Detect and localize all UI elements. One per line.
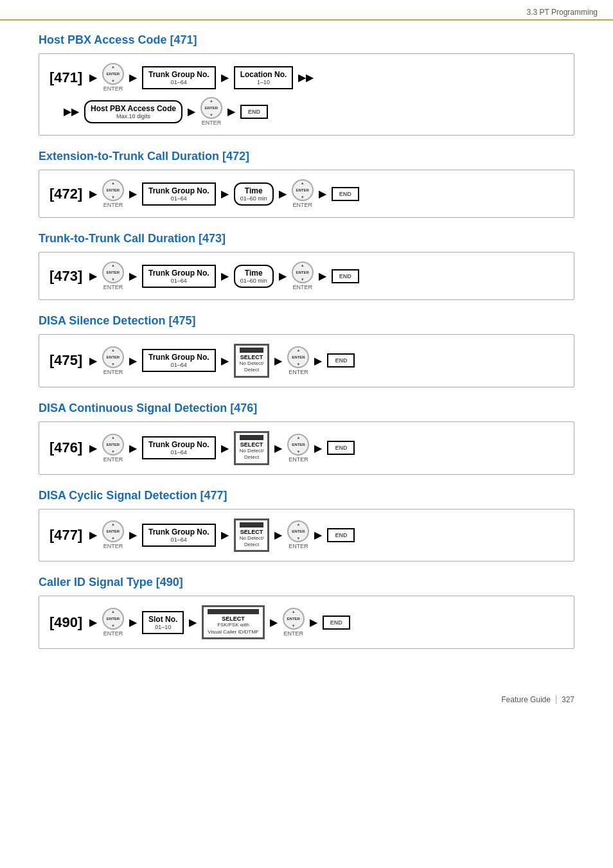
arrow-icon: ▶ bbox=[89, 71, 97, 84]
arrow-icon: ▶ bbox=[89, 529, 97, 541]
enter-button: ENTERENTER bbox=[102, 346, 124, 375]
section-title: Extension-to-Trunk Call Duration [472] bbox=[39, 150, 574, 163]
section-476: DISA Continuous Signal Detection [476][4… bbox=[39, 402, 574, 475]
page-footer: Feature Guide 327 bbox=[0, 682, 613, 711]
diagram-label-box: Location No.1–10 bbox=[234, 66, 294, 89]
enter-button: ENTERENTER bbox=[102, 179, 124, 208]
arrow-icon: ▶ bbox=[221, 71, 229, 84]
section-477: DISA Cyclic Signal Detection [477][477]▶… bbox=[39, 489, 574, 562]
arrow-icon: ▶ bbox=[129, 529, 137, 541]
arrow-icon: ▶ bbox=[270, 616, 278, 628]
end-box: END bbox=[332, 187, 359, 201]
diagram-row: [472]▶ENTERENTER▶Trunk Group No.01–64▶Ti… bbox=[49, 179, 564, 208]
double-arrow-icon: ▶▶ bbox=[64, 105, 79, 118]
arrow-icon: ▶ bbox=[89, 442, 97, 454]
diagram-label-box: Trunk Group No.01–64 bbox=[142, 66, 216, 89]
arrow-icon: ▶ bbox=[89, 355, 97, 367]
diagram-box: [476]▶ENTERENTER▶Trunk Group No.01–64▶SE… bbox=[39, 421, 574, 475]
end-box: END bbox=[327, 353, 355, 368]
diagram-label-box: Host PBX Access CodeMax.10 digits bbox=[84, 100, 182, 123]
code-label: [473] bbox=[49, 268, 84, 285]
section-472: Extension-to-Trunk Call Duration [472][4… bbox=[39, 150, 574, 218]
section-471: Host PBX Access Code [471][471]▶ENTERENT… bbox=[39, 33, 574, 136]
code-label: [476] bbox=[49, 439, 84, 456]
arrow-icon: ▶ bbox=[319, 188, 326, 200]
code-label: [477] bbox=[49, 527, 84, 544]
section-title: Caller ID Signal Type [490] bbox=[39, 576, 574, 589]
section-title: DISA Continuous Signal Detection [476] bbox=[39, 402, 574, 415]
arrow-icon: ▶ bbox=[89, 616, 97, 628]
diagram-box: [472]▶ENTERENTER▶Trunk Group No.01–64▶Ti… bbox=[39, 170, 574, 218]
arrow-icon: ▶ bbox=[319, 270, 326, 282]
enter-button: ENTERENTER bbox=[283, 608, 305, 637]
arrow-icon: ▶ bbox=[314, 442, 322, 454]
section-title: DISA Silence Detection [475] bbox=[39, 314, 574, 328]
end-box: END bbox=[332, 269, 359, 283]
diagram-label-box: Time01–60 min bbox=[234, 182, 274, 206]
arrow-icon: ▶ bbox=[129, 188, 137, 200]
arrow-icon: ▶ bbox=[274, 355, 282, 367]
select-box: SELECTFSK/FSK with Visual Caller ID/DTMF bbox=[202, 605, 264, 639]
enter-button: ENTERENTER bbox=[292, 261, 314, 290]
section-475: DISA Silence Detection [475][475]▶ENTERE… bbox=[39, 314, 574, 387]
arrow-icon: ▶ bbox=[279, 270, 287, 282]
footer-divider bbox=[556, 695, 556, 704]
arrow-icon: ▶ bbox=[129, 616, 137, 628]
arrow-icon: ▶ bbox=[129, 442, 137, 454]
diagram-row: [490]▶ENTERENTER▶Slot No.01–10▶SELECTFSK… bbox=[49, 605, 564, 639]
code-label: [471] bbox=[49, 69, 84, 86]
arrow-icon: ▶ bbox=[310, 616, 317, 628]
section-title: Trunk-to-Trunk Call Duration [473] bbox=[39, 232, 574, 245]
arrow-icon: ▶ bbox=[221, 442, 229, 454]
section-490: Caller ID Signal Type [490][490]▶ENTEREN… bbox=[39, 576, 574, 649]
end-box: END bbox=[323, 616, 350, 630]
diagram-label-box: Trunk Group No.01–64 bbox=[142, 349, 216, 372]
diagram-label-box: Trunk Group No.01–64 bbox=[142, 182, 216, 206]
arrow-icon: ▶ bbox=[274, 529, 282, 541]
arrow-icon: ▶ bbox=[189, 616, 197, 628]
enter-button: ENTERENTER bbox=[102, 520, 124, 549]
arrow-icon: ▶ bbox=[129, 71, 137, 84]
diagram-label-box: Trunk Group No.01–64 bbox=[142, 524, 216, 547]
diagram-label-box: Trunk Group No.01–64 bbox=[142, 265, 216, 288]
arrow-icon: ▶ bbox=[314, 355, 322, 367]
diagram-box: [471]▶ENTERENTER▶Trunk Group No.01–64▶Lo… bbox=[39, 53, 574, 136]
enter-button: ENTERENTER bbox=[102, 261, 124, 290]
diagram-box: [473]▶ENTERENTER▶Trunk Group No.01–64▶Ti… bbox=[39, 252, 574, 300]
end-box: END bbox=[327, 441, 355, 455]
footer-page: 327 bbox=[562, 695, 574, 704]
arrow-icon: ▶ bbox=[129, 270, 137, 282]
section-label: 3.3 PT Programming bbox=[527, 8, 598, 17]
diagram-label-box: Trunk Group No.01–64 bbox=[142, 436, 216, 459]
enter-button: ENTERENTER bbox=[102, 434, 124, 463]
diagram-row: [471]▶ENTERENTER▶Trunk Group No.01–64▶Lo… bbox=[49, 63, 564, 92]
arrow-icon: ▶ bbox=[274, 442, 282, 454]
arrow-icon: ▶ bbox=[221, 188, 229, 200]
arrow-icon: ▶ bbox=[227, 105, 235, 118]
diagram-box: [477]▶ENTERENTER▶Trunk Group No.01–64▶SE… bbox=[39, 509, 574, 562]
page-header: 3.3 PT Programming bbox=[0, 0, 613, 21]
section-title: Host PBX Access Code [471] bbox=[39, 33, 574, 47]
section-title: DISA Cyclic Signal Detection [477] bbox=[39, 489, 574, 502]
double-arrow-icon: ▶▶ bbox=[298, 71, 314, 84]
diagram-row: ▶▶Host PBX Access CodeMax.10 digits▶ENTE… bbox=[62, 97, 564, 126]
enter-button: ENTERENTER bbox=[287, 520, 309, 549]
arrow-icon: ▶ bbox=[89, 270, 97, 282]
arrow-icon: ▶ bbox=[221, 355, 229, 367]
diagram-row: [473]▶ENTERENTER▶Trunk Group No.01–64▶Ti… bbox=[49, 261, 564, 290]
diagram-row: [476]▶ENTERENTER▶Trunk Group No.01–64▶SE… bbox=[49, 431, 564, 465]
enter-button: ENTERENTER bbox=[102, 63, 124, 92]
diagram-label-box: Slot No.01–10 bbox=[142, 611, 184, 634]
arrow-icon: ▶ bbox=[188, 105, 195, 118]
code-label: [490] bbox=[49, 614, 84, 631]
diagram-box: [490]▶ENTERENTER▶Slot No.01–10▶SELECTFSK… bbox=[39, 596, 574, 649]
select-box: SELECTNo Detect/ Detect bbox=[234, 518, 270, 553]
enter-button: ENTERENTER bbox=[287, 346, 309, 375]
diagram-row: [475]▶ENTERENTER▶Trunk Group No.01–64▶SE… bbox=[49, 344, 564, 378]
select-box: SELECTNo Detect/ Detect bbox=[234, 431, 270, 465]
diagram-row: [477]▶ENTERENTER▶Trunk Group No.01–64▶SE… bbox=[49, 518, 564, 553]
code-label: [475] bbox=[49, 352, 84, 369]
end-box: END bbox=[240, 105, 268, 119]
arrow-icon: ▶ bbox=[221, 529, 229, 541]
end-box: END bbox=[327, 528, 355, 542]
